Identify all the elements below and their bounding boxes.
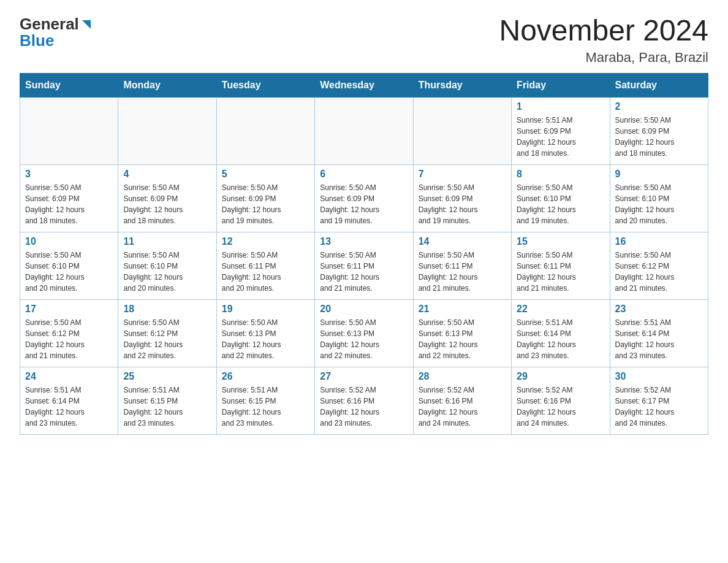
day-info: Sunrise: 5:50 AM Sunset: 6:10 PM Dayligh… (123, 250, 211, 294)
calendar-week-row: 1Sunrise: 5:51 AM Sunset: 6:09 PM Daylig… (20, 97, 708, 164)
table-row: 18Sunrise: 5:50 AM Sunset: 6:12 PM Dayli… (118, 299, 216, 367)
table-row: 15Sunrise: 5:50 AM Sunset: 6:11 PM Dayli… (512, 232, 610, 299)
calendar-week-row: 10Sunrise: 5:50 AM Sunset: 6:10 PM Dayli… (20, 232, 708, 299)
day-number: 21 (419, 304, 506, 315)
day-number: 19 (222, 304, 309, 315)
day-info: Sunrise: 5:50 AM Sunset: 6:10 PM Dayligh… (615, 182, 703, 226)
day-number: 30 (615, 371, 703, 382)
table-row: 22Sunrise: 5:51 AM Sunset: 6:14 PM Dayli… (512, 299, 610, 367)
day-number: 3 (25, 169, 113, 180)
col-thursday: Thursday (413, 73, 511, 97)
table-row: 14Sunrise: 5:50 AM Sunset: 6:11 PM Dayli… (413, 232, 511, 299)
col-tuesday: Tuesday (216, 73, 314, 97)
table-row: 10Sunrise: 5:50 AM Sunset: 6:10 PM Dayli… (20, 232, 118, 299)
table-row: 23Sunrise: 5:51 AM Sunset: 6:14 PM Dayli… (610, 299, 708, 367)
calendar-week-row: 3Sunrise: 5:50 AM Sunset: 6:09 PM Daylig… (20, 164, 708, 232)
table-row: 13Sunrise: 5:50 AM Sunset: 6:11 PM Dayli… (315, 232, 413, 299)
table-row (118, 97, 216, 164)
table-row: 11Sunrise: 5:50 AM Sunset: 6:10 PM Dayli… (118, 232, 216, 299)
table-row: 17Sunrise: 5:50 AM Sunset: 6:12 PM Dayli… (20, 299, 118, 367)
day-number: 15 (517, 236, 604, 247)
day-info: Sunrise: 5:52 AM Sunset: 6:17 PM Dayligh… (615, 385, 703, 429)
day-number: 9 (615, 169, 703, 180)
logo: General Blue (20, 15, 93, 50)
day-info: Sunrise: 5:50 AM Sunset: 6:11 PM Dayligh… (320, 250, 408, 294)
col-wednesday: Wednesday (315, 73, 413, 97)
day-number: 10 (25, 236, 113, 247)
day-info: Sunrise: 5:51 AM Sunset: 6:15 PM Dayligh… (222, 385, 309, 429)
table-row: 16Sunrise: 5:50 AM Sunset: 6:12 PM Dayli… (610, 232, 708, 299)
day-info: Sunrise: 5:52 AM Sunset: 6:16 PM Dayligh… (517, 385, 604, 429)
day-info: Sunrise: 5:52 AM Sunset: 6:16 PM Dayligh… (320, 385, 408, 429)
day-number: 6 (320, 169, 408, 180)
day-info: Sunrise: 5:50 AM Sunset: 6:09 PM Dayligh… (320, 182, 408, 226)
day-info: Sunrise: 5:50 AM Sunset: 6:12 PM Dayligh… (123, 317, 211, 361)
day-number: 8 (517, 169, 604, 180)
day-info: Sunrise: 5:50 AM Sunset: 6:13 PM Dayligh… (320, 317, 408, 361)
page-header: General Blue November 2024 Maraba, Para,… (20, 15, 708, 66)
table-row: 26Sunrise: 5:51 AM Sunset: 6:15 PM Dayli… (216, 367, 314, 434)
day-number: 11 (123, 236, 211, 247)
day-number: 14 (419, 236, 506, 247)
day-info: Sunrise: 5:50 AM Sunset: 6:09 PM Dayligh… (419, 182, 506, 226)
day-info: Sunrise: 5:50 AM Sunset: 6:09 PM Dayligh… (25, 182, 113, 226)
table-row: 6Sunrise: 5:50 AM Sunset: 6:09 PM Daylig… (315, 164, 413, 232)
day-number: 22 (517, 304, 604, 315)
calendar-header-row: Sunday Monday Tuesday Wednesday Thursday… (20, 73, 708, 97)
day-info: Sunrise: 5:51 AM Sunset: 6:14 PM Dayligh… (517, 317, 604, 361)
logo-blue-text: Blue (20, 31, 54, 50)
table-row (216, 97, 314, 164)
day-number: 1 (517, 101, 604, 112)
table-row: 5Sunrise: 5:50 AM Sunset: 6:09 PM Daylig… (216, 164, 314, 232)
col-saturday: Saturday (610, 73, 708, 97)
day-number: 28 (419, 371, 506, 382)
location-title: Maraba, Para, Brazil (499, 50, 708, 66)
table-row: 25Sunrise: 5:51 AM Sunset: 6:15 PM Dayli… (118, 367, 216, 434)
col-sunday: Sunday (20, 73, 118, 97)
day-number: 27 (320, 371, 408, 382)
day-number: 26 (222, 371, 309, 382)
day-info: Sunrise: 5:50 AM Sunset: 6:12 PM Dayligh… (615, 250, 703, 294)
day-info: Sunrise: 5:51 AM Sunset: 6:14 PM Dayligh… (25, 385, 113, 429)
day-number: 13 (320, 236, 408, 247)
col-friday: Friday (512, 73, 610, 97)
logo-triangle-icon (80, 18, 93, 31)
calendar-table: Sunday Monday Tuesday Wednesday Thursday… (20, 73, 708, 435)
table-row: 7Sunrise: 5:50 AM Sunset: 6:09 PM Daylig… (413, 164, 511, 232)
table-row: 20Sunrise: 5:50 AM Sunset: 6:13 PM Dayli… (315, 299, 413, 367)
table-row: 8Sunrise: 5:50 AM Sunset: 6:10 PM Daylig… (512, 164, 610, 232)
table-row: 27Sunrise: 5:52 AM Sunset: 6:16 PM Dayli… (315, 367, 413, 434)
table-row: 1Sunrise: 5:51 AM Sunset: 6:09 PM Daylig… (512, 97, 610, 164)
day-info: Sunrise: 5:51 AM Sunset: 6:09 PM Dayligh… (517, 115, 604, 159)
day-number: 18 (123, 304, 211, 315)
day-number: 29 (517, 371, 604, 382)
day-info: Sunrise: 5:50 AM Sunset: 6:10 PM Dayligh… (25, 250, 113, 294)
table-row: 3Sunrise: 5:50 AM Sunset: 6:09 PM Daylig… (20, 164, 118, 232)
day-info: Sunrise: 5:51 AM Sunset: 6:15 PM Dayligh… (123, 385, 211, 429)
day-info: Sunrise: 5:50 AM Sunset: 6:12 PM Dayligh… (25, 317, 113, 361)
day-info: Sunrise: 5:50 AM Sunset: 6:09 PM Dayligh… (222, 182, 309, 226)
table-row: 24Sunrise: 5:51 AM Sunset: 6:14 PM Dayli… (20, 367, 118, 434)
table-row: 21Sunrise: 5:50 AM Sunset: 6:13 PM Dayli… (413, 299, 511, 367)
table-row (315, 97, 413, 164)
calendar-week-row: 17Sunrise: 5:50 AM Sunset: 6:12 PM Dayli… (20, 299, 708, 367)
table-row: 2Sunrise: 5:50 AM Sunset: 6:09 PM Daylig… (610, 97, 708, 164)
table-row: 12Sunrise: 5:50 AM Sunset: 6:11 PM Dayli… (216, 232, 314, 299)
col-monday: Monday (118, 73, 216, 97)
day-number: 20 (320, 304, 408, 315)
day-info: Sunrise: 5:50 AM Sunset: 6:10 PM Dayligh… (517, 182, 604, 226)
table-row (20, 97, 118, 164)
day-number: 5 (222, 169, 309, 180)
day-info: Sunrise: 5:50 AM Sunset: 6:11 PM Dayligh… (419, 250, 506, 294)
table-row: 28Sunrise: 5:52 AM Sunset: 6:16 PM Dayli… (413, 367, 511, 434)
day-number: 24 (25, 371, 113, 382)
day-info: Sunrise: 5:50 AM Sunset: 6:11 PM Dayligh… (517, 250, 604, 294)
day-info: Sunrise: 5:50 AM Sunset: 6:13 PM Dayligh… (222, 317, 309, 361)
day-number: 2 (615, 101, 703, 112)
table-row: 4Sunrise: 5:50 AM Sunset: 6:09 PM Daylig… (118, 164, 216, 232)
day-number: 12 (222, 236, 309, 247)
calendar-week-row: 24Sunrise: 5:51 AM Sunset: 6:14 PM Dayli… (20, 367, 708, 434)
day-info: Sunrise: 5:52 AM Sunset: 6:16 PM Dayligh… (419, 385, 506, 429)
day-info: Sunrise: 5:50 AM Sunset: 6:11 PM Dayligh… (222, 250, 309, 294)
day-number: 16 (615, 236, 703, 247)
